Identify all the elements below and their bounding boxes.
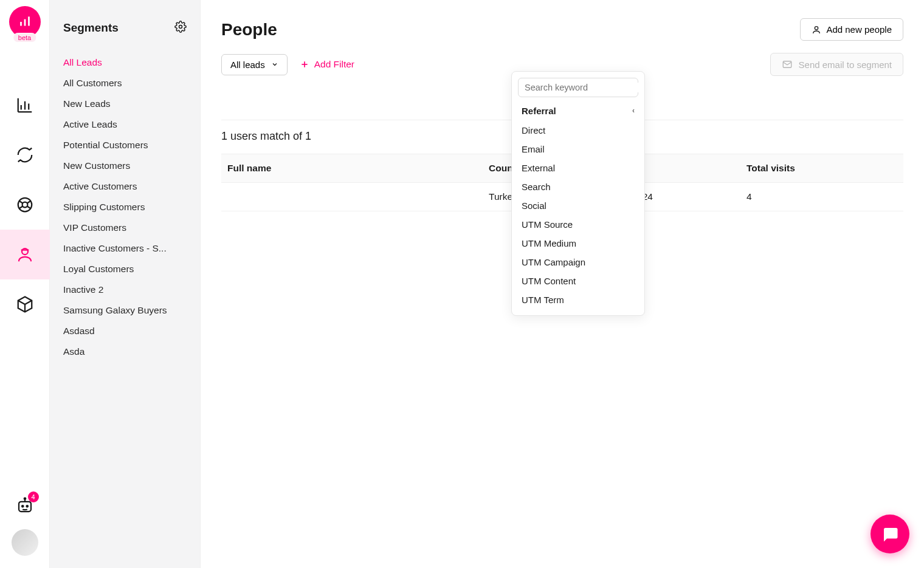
sidebar-item[interactable]: Active Leads xyxy=(50,114,200,135)
beta-badge: beta xyxy=(13,33,36,43)
table-cell xyxy=(221,183,483,211)
gear-icon[interactable] xyxy=(174,21,187,35)
sidebar-item[interactable]: Slipping Customers xyxy=(50,197,200,217)
svg-point-20 xyxy=(26,505,28,507)
svg-point-19 xyxy=(22,505,24,507)
svg-line-10 xyxy=(19,201,22,204)
bot-button[interactable]: 4 xyxy=(16,496,34,517)
svg-point-8 xyxy=(18,198,32,212)
filter-search-input[interactable] xyxy=(525,83,640,92)
svg-point-21 xyxy=(179,26,182,29)
sidebar-item[interactable]: VIP Customers xyxy=(50,217,200,238)
filter-category-label: Referral xyxy=(522,106,556,116)
svg-point-22 xyxy=(815,26,818,29)
sync-icon xyxy=(16,146,34,164)
main: People Add new people All leads Add Filt… xyxy=(201,0,924,230)
icon-bar: beta xyxy=(0,0,50,568)
sidebar-item[interactable]: Inactive Customers - S... xyxy=(50,238,200,259)
add-filter-button[interactable]: Add Filter xyxy=(300,59,354,70)
nav-sync[interactable] xyxy=(0,130,50,180)
nav-support[interactable] xyxy=(0,180,50,230)
main-header: People Add new people xyxy=(221,18,903,41)
nav-product[interactable] xyxy=(0,279,50,329)
sidebar-item[interactable]: Asda xyxy=(50,341,200,362)
send-email-button[interactable]: Send email to segment xyxy=(770,53,903,76)
filter-option[interactable]: UTM Term xyxy=(518,290,638,309)
svg-line-12 xyxy=(19,207,22,209)
sidebar-item[interactable]: Active Customers xyxy=(50,176,200,197)
col-totalvisits[interactable]: Total visits xyxy=(740,154,903,183)
bars-icon xyxy=(17,14,33,30)
sidebar-item[interactable]: All Leads xyxy=(50,52,200,73)
sidebar-item[interactable]: Asdasd xyxy=(50,321,200,341)
sidebar-item[interactable]: New Leads xyxy=(50,94,200,114)
segment-dropdown-label: All leads xyxy=(230,60,265,70)
nav-analytics[interactable] xyxy=(0,80,50,130)
segment-dropdown[interactable]: All leads xyxy=(221,54,288,75)
logo-wrap: beta xyxy=(9,6,41,38)
send-email-label: Send email to segment xyxy=(799,60,892,70)
iconbar-bottom: 4 xyxy=(12,496,38,568)
chart-icon xyxy=(16,96,34,114)
filter-option[interactable]: Direct xyxy=(518,121,638,140)
sidebar-item[interactable]: All Customers xyxy=(50,73,200,94)
filter-option[interactable]: UTM Campaign xyxy=(518,253,638,272)
sidebar-title: Segments xyxy=(63,21,119,35)
sidebar-item[interactable]: Samsung Galaxy Buyers xyxy=(50,300,200,321)
filter-option-list: DirectEmailExternalSearchSocialUTM Sourc… xyxy=(518,121,638,309)
filter-popover: Referral › DirectEmailExternalSearchSoci… xyxy=(511,71,645,316)
people-icon xyxy=(16,245,34,264)
segments-list: All LeadsAll CustomersNew LeadsActive Le… xyxy=(50,52,200,362)
avatar[interactable] xyxy=(12,529,38,556)
segments-sidebar: Segments All LeadsAll CustomersNew Leads… xyxy=(50,0,201,568)
chat-fab[interactable] xyxy=(871,515,909,553)
plus-icon xyxy=(300,60,309,69)
page-title: People xyxy=(221,20,277,39)
add-people-label: Add new people xyxy=(826,24,892,35)
filter-option[interactable]: UTM Source xyxy=(518,215,638,234)
chat-icon xyxy=(881,525,899,543)
filter-search[interactable] xyxy=(518,78,638,97)
filter-option[interactable]: External xyxy=(518,159,638,177)
chevron-left-icon: › xyxy=(632,107,635,115)
filter-option[interactable]: UTM Content xyxy=(518,272,638,290)
col-fullname[interactable]: Full name xyxy=(221,154,483,183)
svg-line-11 xyxy=(27,201,30,204)
table-cell: 4 xyxy=(740,183,903,211)
svg-line-13 xyxy=(27,207,30,209)
filter-option[interactable]: UTM Medium xyxy=(518,234,638,253)
filter-option[interactable]: Search xyxy=(518,177,638,196)
sidebar-item[interactable]: Loyal Customers xyxy=(50,259,200,279)
sidebar-item[interactable]: New Customers xyxy=(50,156,200,176)
bot-badge: 4 xyxy=(28,491,39,502)
filter-option[interactable]: Email xyxy=(518,140,638,159)
mail-icon xyxy=(782,59,793,70)
box-icon xyxy=(16,295,34,313)
filter-option[interactable]: Social xyxy=(518,196,638,215)
add-filter-label: Add Filter xyxy=(314,59,354,70)
sidebar-item[interactable]: Inactive 2 xyxy=(50,279,200,300)
sidebar-item[interactable]: Potential Customers xyxy=(50,135,200,156)
sidebar-header: Segments xyxy=(50,21,200,35)
nav-people[interactable] xyxy=(0,230,50,279)
filter-category-header[interactable]: Referral › xyxy=(518,101,638,121)
add-people-button[interactable]: Add new people xyxy=(800,18,903,41)
user-icon xyxy=(812,25,821,35)
chevron-down-icon xyxy=(271,61,278,68)
svg-point-9 xyxy=(22,202,27,208)
support-icon xyxy=(16,196,34,214)
